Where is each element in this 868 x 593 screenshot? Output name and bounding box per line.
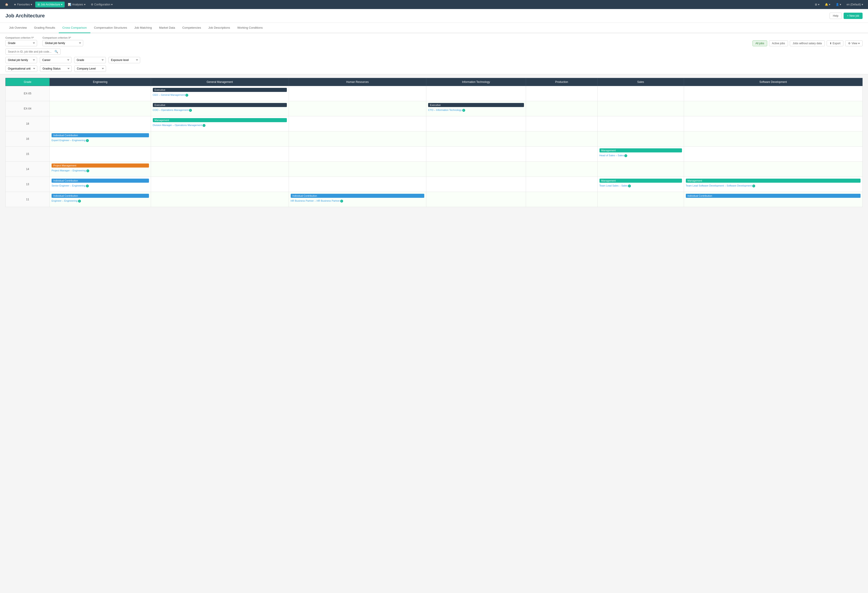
data-cell: ManagementDivision Manager – Operations … <box>151 116 289 131</box>
notifications-icon[interactable]: 🔔 ▾ <box>822 1 833 7</box>
chevron-down-icon: ▾ <box>31 3 32 6</box>
grading-status-select[interactable]: Grading Status <box>40 65 72 72</box>
tab-job-descriptions[interactable]: Job Descriptions <box>205 23 234 33</box>
grade-select[interactable]: Grade <box>74 57 106 63</box>
data-cell <box>526 131 598 147</box>
data-cell <box>684 116 862 131</box>
data-cell <box>426 162 526 177</box>
job-link[interactable]: Project Manager – Engineering <box>52 169 86 172</box>
organisational-unit-select[interactable]: Organisational unit <box>6 65 37 72</box>
job-link[interactable]: Team Lead Sales – Sales <box>599 184 628 187</box>
global-job-family-select[interactable]: Global job family <box>6 57 37 63</box>
new-job-button[interactable]: + New job <box>844 13 862 19</box>
grade-cell: 13 <box>6 177 50 192</box>
data-cell <box>151 131 289 147</box>
info-icon[interactable]: i <box>189 109 192 112</box>
info-icon[interactable]: i <box>86 169 89 172</box>
chart-icon: 📊 <box>68 3 71 6</box>
tab-compensation-structures[interactable]: Compensation Structures <box>90 23 131 33</box>
criterion-x-select[interactable]: Global job family <box>43 40 83 46</box>
grid-icon: ⊞ <box>37 3 40 6</box>
info-icon[interactable]: i <box>340 200 343 203</box>
language-selector[interactable]: en (Default) ▾ <box>844 1 865 7</box>
job-link[interactable]: Senior Engineer – Engineering <box>52 184 86 187</box>
info-icon[interactable]: i <box>185 94 188 97</box>
data-cell <box>598 131 684 147</box>
job-link[interactable]: Expert Engineer – Engineering <box>52 139 86 141</box>
apps-icon[interactable]: ⊞ ▾ <box>813 1 821 7</box>
data-cell <box>598 116 684 131</box>
search-box[interactable]: 🔍 <box>6 49 61 54</box>
company-level-select[interactable]: Company Level <box>74 65 106 72</box>
data-cell <box>289 131 426 147</box>
info-icon[interactable]: i <box>752 184 755 187</box>
data-cell <box>426 192 526 207</box>
analyses-nav[interactable]: 📊 Analyses ▾ <box>66 1 88 7</box>
data-cell: Individual ContributionEngineer – Engine… <box>50 192 151 207</box>
view-button[interactable]: ⚙ View ▾ <box>845 40 862 46</box>
info-icon[interactable]: i <box>202 124 205 127</box>
filter-area: Comparison criterion Y* Grade Comparison… <box>0 33 868 74</box>
info-icon[interactable]: i <box>86 184 89 187</box>
info-icon[interactable]: i <box>86 139 89 142</box>
active-jobs-button[interactable]: Active jobs <box>769 40 788 46</box>
category-badge: Management <box>599 149 682 152</box>
criterion-y-group: Comparison criterion Y* Grade <box>6 36 37 46</box>
data-cell <box>426 177 526 192</box>
job-architecture-nav[interactable]: ⊞ Job Architecture ▾ <box>35 1 65 7</box>
exposure-level-select[interactable]: Exposure level <box>108 57 140 63</box>
configuration-nav[interactable]: ⚙ Configuration ▾ <box>89 1 115 7</box>
tab-working-conditions[interactable]: Working Conditions <box>234 23 266 33</box>
category-badge: Individual Contribution <box>52 133 149 137</box>
search-input[interactable] <box>8 50 53 53</box>
job-link[interactable]: Head of Sales – Sales <box>599 154 624 157</box>
category-badge: Project Management <box>52 163 149 168</box>
favourites-nav[interactable]: ★ Favourites ▾ <box>12 1 34 7</box>
tab-job-matching[interactable]: Job Matching <box>131 23 155 33</box>
data-cell <box>526 192 598 207</box>
tab-grading-results[interactable]: Grading Results <box>31 23 59 33</box>
data-cell <box>526 147 598 162</box>
tab-market-data[interactable]: Market Data <box>155 23 179 33</box>
tab-cross-comparison[interactable]: Cross Comparison <box>59 23 90 33</box>
info-icon[interactable]: i <box>78 200 81 203</box>
job-link[interactable]: Team Lead Software Development – Softwar… <box>686 184 752 187</box>
career-select[interactable]: Career <box>40 57 71 63</box>
job-link[interactable]: Division Manager – Operations Management <box>153 124 202 127</box>
data-cell: ManagementTeam Lead Software Development… <box>684 177 862 192</box>
job-link[interactable]: CTO – Information Technology <box>428 109 462 111</box>
user-icon[interactable]: 👤 ▾ <box>833 1 843 7</box>
data-cell <box>151 147 289 162</box>
info-icon[interactable]: i <box>462 109 465 112</box>
search-icon: 🔍 <box>55 50 58 53</box>
data-cell <box>50 116 151 131</box>
info-icon[interactable]: i <box>624 154 627 157</box>
tab-job-overview[interactable]: Job Overview <box>6 23 31 33</box>
job-link[interactable]: COO – Operations Management <box>153 109 189 111</box>
all-jobs-button[interactable]: All jobs <box>753 40 767 46</box>
comparison-table-scroll[interactable]: Grade Engineering General Management Hum… <box>6 78 862 207</box>
data-cell <box>289 86 426 101</box>
info-icon[interactable]: i <box>628 184 631 187</box>
data-cell <box>289 162 426 177</box>
job-link[interactable]: CEO – General Management <box>153 94 185 96</box>
data-cell <box>526 86 598 101</box>
job-link[interactable]: Engineer – Engineering <box>52 199 78 202</box>
data-cell <box>684 101 862 116</box>
col-header-human-resources: Human Resources <box>289 78 426 86</box>
home-icon[interactable]: 🏠 <box>3 1 10 7</box>
tab-competencies[interactable]: Competencies <box>179 23 205 33</box>
category-badge: Individual Contribution <box>52 194 149 198</box>
export-button[interactable]: ⬇ Export <box>827 40 844 46</box>
jobs-without-salary-button[interactable]: Jobs without salary data <box>790 40 825 46</box>
criterion-y-select[interactable]: Grade <box>6 40 37 46</box>
data-cell: Project ManagementProject Manager – Engi… <box>50 162 151 177</box>
data-cell: ManagementHead of Sales – Salesi <box>598 147 684 162</box>
page-header: Job Architecture Help + New job <box>0 9 868 23</box>
help-button[interactable]: Help <box>830 13 842 19</box>
job-link[interactable]: HR Business Partner – HR Business Partne… <box>291 199 340 202</box>
data-cell <box>598 101 684 116</box>
gear-icon: ⚙ <box>91 3 93 6</box>
header-actions: Help + New job <box>830 13 862 19</box>
data-cell <box>526 101 598 116</box>
